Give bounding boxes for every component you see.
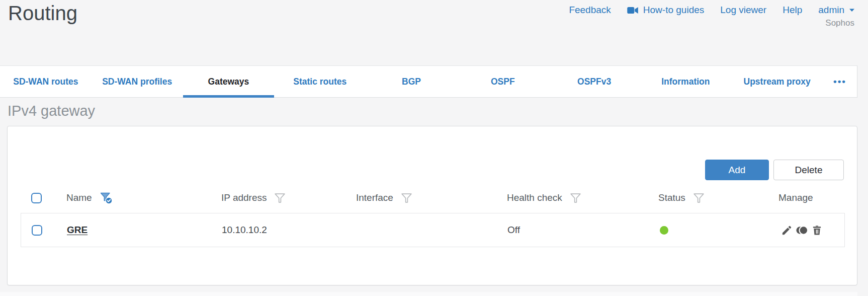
gateway-name-link[interactable]: GRE (67, 225, 88, 235)
column-label-name: Name (66, 192, 92, 203)
tab-static-routes[interactable]: Static routes (274, 66, 366, 97)
column-label-interface: Interface (356, 192, 393, 203)
log-viewer-label: Log viewer (720, 5, 766, 16)
howto-guides-label: How-to guides (643, 5, 704, 16)
table-header-row: Name IP address Interfac (21, 183, 845, 213)
tab-bar: SD-WAN routes SD-WAN profiles Gateways S… (0, 65, 857, 98)
table-row: GRE 10.10.10.2 Off (21, 213, 845, 247)
column-header-status: Status (658, 192, 778, 204)
select-all-checkbox[interactable] (31, 193, 42, 203)
section-title: IPv4 gateway (8, 103, 95, 119)
filter-icon[interactable] (400, 192, 413, 204)
more-tabs-button[interactable]: ••• (823, 66, 857, 97)
tab-upstream-proxy[interactable]: Upstream proxy (731, 66, 823, 97)
feedback-link[interactable]: Feedback (569, 5, 611, 16)
feedback-link-label: Feedback (569, 5, 611, 16)
page-title: Routing (8, 1, 77, 25)
tab-ospfv3[interactable]: OSPFv3 (549, 66, 640, 97)
edit-pencil-icon[interactable] (781, 225, 793, 236)
help-link[interactable]: Help (783, 5, 802, 16)
column-label-manage: Manage (778, 192, 813, 203)
header-links: Feedback How-to guides Log viewer Help a… (569, 5, 855, 16)
column-label-ip-address: IP address (221, 192, 267, 203)
brand-label: Sophos (825, 18, 854, 28)
gateway-ip-address: 10.10.10.2 (222, 225, 357, 236)
tab-gateways[interactable]: Gateways (183, 66, 275, 97)
gateway-health-check: Off (507, 225, 659, 236)
column-header-manage: Manage (778, 192, 845, 203)
user-menu[interactable]: admin (818, 5, 855, 16)
tab-sd-wan-routes[interactable]: SD-WAN routes (0, 66, 92, 97)
filter-icon[interactable] (274, 192, 286, 204)
column-header-health-check: Health check (507, 192, 658, 204)
tab-information[interactable]: Information (640, 66, 731, 97)
column-header-interface: Interface (356, 192, 507, 204)
horizontal-scroll-track[interactable] (0, 292, 857, 296)
table-toolbar: Add Delete (705, 160, 844, 180)
column-header-name: Name (66, 191, 221, 205)
status-up-indicator (660, 226, 668, 235)
video-camera-icon (627, 7, 639, 14)
delete-trash-icon[interactable] (811, 225, 823, 236)
tab-sd-wan-profiles[interactable]: SD-WAN profiles (92, 66, 183, 97)
tab-ospf[interactable]: OSPF (457, 66, 549, 97)
filter-icon[interactable] (692, 192, 705, 204)
chevron-down-icon (849, 8, 855, 12)
row-checkbox[interactable] (32, 225, 42, 236)
delete-button[interactable]: Delete (773, 160, 844, 180)
tab-bgp[interactable]: BGP (366, 66, 457, 97)
column-header-ip-address: IP address (221, 192, 356, 204)
clone-icon[interactable] (796, 225, 808, 236)
help-label: Help (783, 5, 802, 16)
howto-guides-link[interactable]: How-to guides (627, 5, 704, 16)
add-button[interactable]: Add (705, 160, 769, 180)
column-label-status: Status (658, 192, 685, 203)
gateway-table: Name IP address Interfac (21, 183, 845, 247)
filter-icon[interactable] (569, 192, 582, 204)
user-menu-label: admin (818, 5, 844, 16)
column-label-health-check: Health check (507, 192, 562, 203)
log-viewer-link[interactable]: Log viewer (720, 5, 766, 16)
filter-active-icon[interactable] (99, 191, 113, 205)
gateway-table-card: Add Delete Name IP address (7, 126, 857, 285)
manage-cell (779, 225, 844, 236)
